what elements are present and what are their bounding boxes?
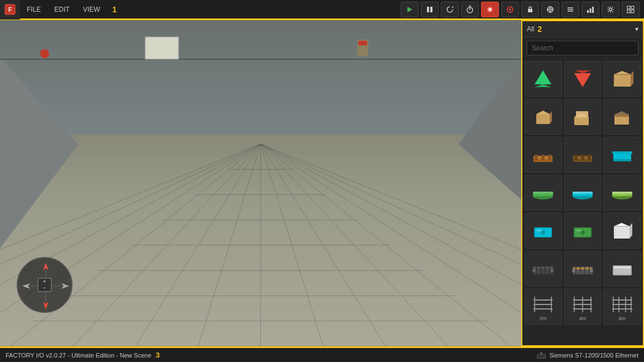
status-right: Siemens S7-1200/1500 Ethernet (537, 352, 638, 359)
svg-rect-27 (627, 6, 630, 9)
config-button[interactable] (602, 2, 619, 17)
list-button[interactable] (561, 2, 579, 17)
item-box-brown-1[interactable] (603, 61, 641, 97)
svg-point-26 (609, 8, 612, 11)
item-box-white[interactable] (603, 213, 641, 249)
timer-button[interactable] (461, 2, 479, 17)
item-flat-green[interactable] (525, 175, 562, 211)
svg-rect-86 (614, 226, 629, 239)
svg-rect-128 (537, 355, 545, 358)
item-box-small[interactable] (525, 99, 562, 135)
svg-marker-54 (614, 111, 629, 115)
svg-rect-59 (541, 155, 545, 160)
item-rack-2m[interactable]: 2m (525, 289, 562, 325)
svg-rect-55 (614, 115, 629, 117)
svg-rect-60 (548, 155, 551, 160)
item-conveyor-in[interactable] (525, 61, 562, 97)
svg-rect-29 (627, 10, 630, 13)
title-number: 1 (107, 5, 122, 14)
record-button[interactable] (481, 2, 499, 17)
lock-button[interactable] (521, 2, 539, 17)
svg-marker-5 (451, 7, 453, 8)
svg-point-12 (509, 8, 511, 11)
svg-rect-47 (536, 114, 550, 124)
svg-rect-23 (587, 10, 589, 13)
svg-rect-77 (612, 192, 632, 194)
svg-point-105 (590, 269, 593, 272)
svg-rect-50 (574, 117, 589, 125)
app-logo: F (0, 0, 20, 20)
svg-rect-13 (528, 9, 532, 12)
target-button[interactable] (541, 2, 559, 17)
svg-rect-71 (533, 192, 553, 194)
menu-file[interactable]: FILE (20, 0, 47, 18)
svg-rect-24 (590, 8, 592, 13)
search-input[interactable] (527, 41, 638, 55)
svg-marker-34 (61, 283, 69, 289)
item-sensor-teal[interactable] (525, 213, 562, 249)
statusbar: FACTORY I/O v2.0.27 - Ultimate Edition -… (0, 346, 644, 362)
rack-2m-label: 2m (540, 316, 547, 321)
item-box-stacked[interactable] (564, 99, 602, 135)
svg-marker-45 (631, 71, 633, 87)
compass-zoom-controls[interactable]: + − (37, 278, 52, 292)
panel-dropdown-btn[interactable]: ▾ (635, 25, 638, 33)
svg-rect-68 (612, 151, 632, 154)
grid-button[interactable] (622, 2, 640, 17)
item-conveyor-out[interactable] (564, 61, 602, 97)
panel-count: 2 (537, 25, 632, 34)
svg-marker-40 (535, 84, 551, 87)
svg-marker-32 (43, 302, 49, 309)
play-button[interactable] (401, 2, 419, 17)
svg-point-15 (549, 8, 551, 11)
menu-view[interactable]: VIEW (76, 0, 107, 18)
svg-rect-30 (631, 10, 634, 13)
item-pallet-brown[interactable] (525, 137, 562, 173)
svg-rect-25 (592, 7, 594, 13)
app-name: FACTORY I/O v2.0.27 - Ultimate Edition -… (6, 352, 151, 359)
panel-all-label: All (527, 25, 534, 33)
reset-button[interactable] (441, 2, 459, 17)
status-left: FACTORY I/O v2.0.27 - Ultimate Edition -… (6, 351, 160, 359)
item-pallet-teal[interactable] (603, 137, 641, 173)
item-sensor-green[interactable] (564, 213, 602, 249)
connection-icon (537, 352, 546, 359)
item-rack-6m[interactable]: 6m (603, 289, 641, 325)
svg-point-96 (532, 269, 536, 272)
item-box-open[interactable] (603, 99, 641, 135)
item-pallet-dark[interactable] (564, 137, 602, 173)
item-flat-green-2[interactable] (603, 175, 641, 211)
sensors-button[interactable] (501, 2, 519, 17)
svg-marker-88 (629, 223, 632, 239)
zoom-in-label[interactable]: + (43, 279, 46, 285)
svg-point-97 (550, 269, 554, 272)
svg-rect-43 (614, 74, 631, 87)
item-panel-flat[interactable] (603, 251, 641, 287)
rack-6m-label: 6m (618, 316, 626, 321)
item-conveyor-dark-1[interactable] (525, 251, 562, 287)
svg-marker-41 (574, 73, 591, 87)
connection-label: Siemens S7-1200/1500 Ethernet (549, 352, 638, 359)
viewport[interactable]: + − (0, 20, 521, 346)
compass: + − (17, 257, 73, 313)
signal-button[interactable] (581, 2, 599, 17)
svg-rect-108 (614, 266, 631, 268)
svg-marker-48 (536, 111, 550, 114)
item-rack-4m[interactable]: 4m (564, 289, 602, 325)
item-flat-teal[interactable] (564, 175, 602, 211)
floor-canvas (0, 20, 521, 346)
svg-text:F: F (8, 7, 12, 13)
svg-rect-3 (427, 7, 429, 12)
svg-marker-49 (550, 111, 552, 124)
toolbar-right (401, 2, 644, 17)
item-conveyor-dark-2[interactable] (564, 251, 602, 287)
svg-rect-63 (574, 155, 578, 160)
status-number: 3 (156, 351, 160, 359)
pause-button[interactable] (421, 2, 439, 17)
menu-bar: FILE EDIT VIEW 1 (20, 0, 401, 18)
svg-rect-58 (535, 155, 538, 160)
svg-rect-81 (536, 230, 542, 231)
svg-rect-85 (576, 230, 581, 231)
menu-edit[interactable]: EDIT (47, 0, 76, 18)
zoom-out-label[interactable]: − (43, 285, 46, 291)
